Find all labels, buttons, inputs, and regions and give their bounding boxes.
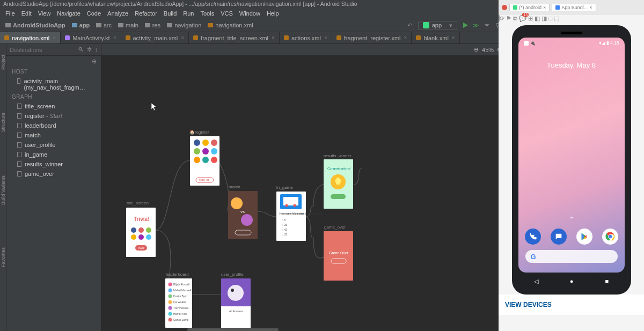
svg-text:in_game: in_game — [276, 185, 293, 190]
menu-run[interactable]: Run — [180, 10, 197, 17]
tab-register[interactable]: fragment_register.xml× — [332, 32, 412, 43]
tab-navigation[interactable]: navigation.xml× — [0, 32, 61, 43]
breadcrumb[interactable]: navigation.xml — [204, 22, 256, 28]
close-icon[interactable]: × — [324, 35, 327, 41]
destination-icon — [17, 152, 21, 157]
svg-point-10 — [202, 157, 209, 163]
tab-mainactivity[interactable]: MainActivity.kt× — [61, 32, 121, 43]
breadcrumb[interactable]: AndroidStudioApp — [2, 22, 69, 28]
close-icon[interactable]: × — [181, 35, 184, 41]
svg-text:Game Over: Game Over — [329, 251, 349, 255]
menu-view[interactable]: View — [35, 10, 54, 17]
tool-icon[interactable]: ⟳ — [500, 15, 504, 21]
toolwindow-structure[interactable]: Structure — [1, 113, 6, 133]
breadcrumb[interactable]: src — [93, 22, 115, 28]
close-dot[interactable] — [502, 5, 507, 10]
destinations-filter[interactable] — [10, 47, 53, 53]
wifi-icon: ▾◢ — [599, 40, 605, 46]
toolwindow-buildvariants[interactable]: Build Variants — [1, 175, 6, 205]
menu-code[interactable]: Code — [84, 10, 104, 17]
back-icon[interactable]: ↶ — [405, 20, 415, 30]
menu-navigate[interactable]: Navigate — [54, 10, 83, 17]
close-icon[interactable]: × — [53, 35, 56, 41]
svg-point-22 — [146, 234, 151, 240]
menu-analyze[interactable]: Analyze — [104, 10, 131, 17]
menu-vcs[interactable]: VCS — [217, 10, 236, 17]
view-devices-link[interactable]: VIEW DEVICES — [499, 295, 644, 315]
sort-icon[interactable]: ↕ — [95, 46, 98, 53]
tool-icon[interactable]: ◧ — [535, 15, 540, 21]
nav-canvas[interactable]: ⊖ 45% ⊕ ◎ | ❶ 🏠 register — [101, 44, 527, 331]
graph-item[interactable]: in_game — [6, 150, 101, 159]
home-button[interactable]: ● — [570, 278, 574, 284]
breadcrumb[interactable]: res — [142, 22, 164, 28]
recents-button[interactable]: ■ — [605, 278, 609, 284]
chrome-app-icon[interactable] — [602, 229, 618, 245]
tool-icon[interactable]: ⊞ — [528, 15, 533, 21]
google-search-bar[interactable]: G — [525, 250, 618, 263]
emu-tab[interactable]: App Bundl...× — [552, 4, 596, 11]
tab-titlescreen[interactable]: fragment_title_screen.xml× — [189, 32, 280, 43]
close-icon[interactable]: × — [404, 35, 407, 41]
svg-text:match: match — [229, 185, 240, 189]
menu-build[interactable]: Build — [160, 10, 180, 17]
breadcrumb[interactable]: navigation — [164, 22, 204, 28]
tool-icon[interactable]: ⬚ — [554, 15, 559, 21]
toolwindow-favorites[interactable]: Favorites — [1, 247, 6, 267]
add-destination-icon[interactable]: ⊕ — [92, 58, 97, 65]
close-icon[interactable]: × — [113, 35, 116, 41]
breadcrumb[interactable]: app — [69, 22, 93, 28]
run-config-selector[interactable]: app▾ — [418, 21, 457, 30]
graph-item[interactable]: results_winner — [6, 159, 101, 169]
breadcrumb[interactable]: main — [115, 22, 142, 28]
svg-rect-73 — [187, 328, 279, 331]
notification-icon — [524, 41, 529, 46]
back-button[interactable]: ◁ — [534, 278, 538, 285]
tool-icon[interactable]: 💬13 — [519, 15, 526, 21]
graph-item[interactable]: user_profile — [6, 140, 101, 150]
graph-item[interactable]: title_screen — [6, 101, 101, 111]
debug-icon[interactable]: ≫ — [471, 20, 481, 30]
zoom-out-icon[interactable]: ⊖ — [474, 46, 479, 53]
folder-icon — [118, 23, 123, 27]
menu-refactor[interactable]: Refactor — [131, 10, 160, 17]
menu-file[interactable]: File — [2, 10, 18, 17]
svg-text:Trivia!: Trivia! — [134, 216, 149, 222]
close-icon[interactable]: × — [272, 35, 275, 41]
svg-point-44 — [231, 289, 234, 292]
tab-actions[interactable]: actions.xml× — [280, 32, 332, 43]
tab-blank[interactable]: blank.xml× — [412, 32, 459, 43]
folder-icon — [145, 23, 150, 27]
close-icon[interactable]: × — [452, 35, 455, 41]
phone-app-icon[interactable] — [525, 229, 541, 245]
close-icon[interactable]: × — [543, 5, 546, 10]
settings-icon[interactable]: ✲ — [87, 46, 92, 53]
menu-edit[interactable]: Edit — [18, 10, 35, 17]
graph-item[interactable]: leaderboard — [6, 121, 101, 130]
svg-point-17 — [131, 227, 136, 233]
tool-icon[interactable]: ⚑ — [506, 15, 511, 21]
search-icon[interactable]: 🔍︎ — [78, 46, 84, 53]
usb-icon: 🔌 — [530, 40, 536, 46]
close-icon[interactable]: × — [589, 5, 592, 10]
kotlin-icon — [65, 35, 70, 40]
toolwindow-project[interactable]: Project — [1, 55, 6, 70]
run-button[interactable] — [460, 20, 470, 30]
tool-icon[interactable]: ⧉ — [513, 15, 517, 21]
menu-tools[interactable]: Tools — [197, 10, 217, 17]
graph-item[interactable]: match — [6, 130, 101, 140]
profile-icon[interactable]: ⏷ — [482, 20, 492, 30]
graph-item[interactable]: game_over — [6, 169, 101, 179]
tool-icon[interactable]: □ — [548, 15, 552, 21]
host-item[interactable]: activity_main (my_nav_host_fragm… — [6, 76, 101, 92]
messages-app-icon[interactable] — [551, 229, 567, 245]
device-screen[interactable]: 🔌 ▾◢▮4:18 Tuesday, May 8 ⌃ G — [518, 38, 625, 273]
playstore-app-icon[interactable] — [576, 229, 592, 245]
tool-icon[interactable]: ◨ — [541, 15, 547, 21]
graph-item[interactable]: register - Start — [6, 111, 101, 121]
menu-window[interactable]: Window — [236, 10, 264, 17]
emu-tab[interactable]: (*) android× — [509, 4, 550, 11]
menu-help[interactable]: Help — [264, 10, 282, 17]
tab-activitymain[interactable]: activity_main.xml× — [121, 32, 189, 43]
app-drawer-arrow[interactable]: ⌃ — [569, 216, 574, 223]
